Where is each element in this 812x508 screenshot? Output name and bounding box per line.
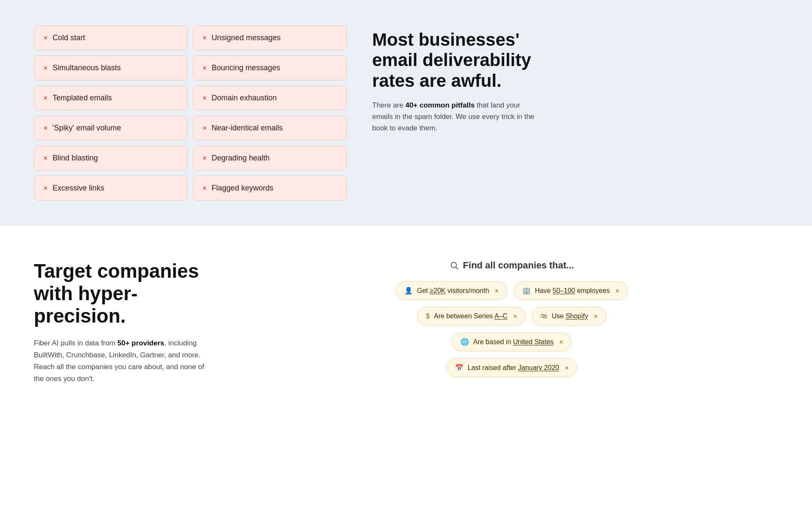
filter-location-text: Are based in United States: [473, 338, 554, 346]
series-icon: $: [426, 312, 430, 320]
filter-location-close[interactable]: ×: [560, 339, 563, 345]
filter-employees[interactable]: 🏢 Have 50–100 employees ×: [513, 281, 628, 300]
pitfall-label: Cold start: [52, 33, 85, 42]
pitfall-label: Unsigned messages: [211, 33, 280, 42]
x-icon: ×: [44, 185, 47, 192]
filter-employees-text: Have 50–100 employees: [535, 287, 610, 295]
pitfall-excessive: × Excessive links: [34, 176, 188, 201]
pitfall-simultaneous: × Simultaneous blasts: [34, 55, 188, 80]
filter-series[interactable]: $ Are between Series A–C ×: [417, 307, 526, 326]
x-icon: ×: [203, 124, 206, 132]
svg-line-1: [456, 267, 458, 269]
pitfall-label: Blind blasting: [52, 154, 98, 163]
x-icon: ×: [44, 155, 47, 162]
filter-row-3: 🌐 Are based in United States ×: [452, 332, 572, 351]
pitfall-label: 'Spiky' email volume: [52, 124, 121, 133]
deliverability-section: × Cold start × Unsigned messages × Simul…: [0, 0, 812, 226]
filter-employees-close[interactable]: ×: [616, 287, 619, 294]
pitfall-blind: × Blind blasting: [34, 146, 188, 171]
targeting-heading: Target companies with hyper-precision.: [34, 260, 211, 327]
pitfall-label: Flagged keywords: [211, 184, 273, 193]
filter-series-text: Are between Series A–C: [434, 312, 508, 320]
pitfall-degrading: × Degrading health: [193, 146, 347, 171]
filter-visitors-close[interactable]: ×: [495, 287, 499, 294]
filter-raised-text: Last raised after January 2020: [468, 364, 559, 372]
pitfall-label: Near-identical emails: [211, 124, 283, 133]
employees-icon: 🏢: [522, 287, 531, 295]
deliverability-body: There are 40+ common pitfalls that land …: [372, 99, 541, 134]
filter-visitors[interactable]: 👤 Get ≥20K visitors/month ×: [395, 281, 508, 300]
x-icon: ×: [44, 94, 47, 102]
targeting-section: Target companies with hyper-precision. F…: [0, 226, 812, 419]
filter-shopify-close[interactable]: ×: [594, 313, 598, 320]
x-icon: ×: [44, 64, 47, 72]
pitfall-label: Templated emails: [52, 94, 112, 102]
x-icon: ×: [203, 155, 206, 162]
x-icon: ×: [44, 124, 47, 132]
location-icon: 🌐: [461, 338, 469, 346]
pitfalls-grid: × Cold start × Unsigned messages × Simul…: [34, 25, 347, 201]
filter-location[interactable]: 🌐 Are based in United States ×: [452, 332, 572, 351]
pitfall-cold-start: × Cold start: [34, 25, 188, 50]
pitfall-spiky: × 'Spiky' email volume: [34, 116, 188, 141]
raised-icon: 📅: [455, 364, 464, 372]
x-icon: ×: [203, 185, 206, 192]
pitfall-label: Simultaneous blasts: [52, 64, 121, 72]
pitfall-label: Excessive links: [52, 184, 104, 193]
targeting-left: Target companies with hyper-precision. F…: [34, 260, 211, 385]
pitfall-templated: × Templated emails: [34, 86, 188, 110]
filter-row-1: 👤 Get ≥20K visitors/month × 🏢 Have 50–10…: [395, 281, 628, 300]
pitfall-label: Bouncing messages: [211, 64, 280, 72]
x-icon: ×: [44, 34, 47, 42]
pitfall-label: Domain exhaustion: [211, 94, 277, 102]
deliverability-text: Most businesses' email deliverability ra…: [372, 25, 541, 134]
filter-shopify-text: Use Shopify: [551, 312, 588, 320]
x-icon: ×: [203, 94, 206, 102]
pitfall-label: Degrading health: [211, 154, 269, 163]
targeting-body: Fiber AI pulls in data from 50+ provider…: [34, 337, 211, 385]
filter-shopify[interactable]: 🛍 Use Shopify ×: [532, 307, 606, 326]
svg-point-0: [451, 262, 456, 268]
visitors-icon: 👤: [404, 287, 413, 295]
pitfall-domain: × Domain exhaustion: [193, 86, 347, 110]
search-icon: [450, 261, 459, 270]
x-icon: ×: [203, 34, 206, 42]
x-icon: ×: [203, 64, 206, 72]
filter-row-2: $ Are between Series A–C × 🛍 Use Shopify…: [417, 307, 606, 326]
filter-visitors-text: Get ≥20K visitors/month: [417, 287, 489, 295]
filter-row-4: 📅 Last raised after January 2020 ×: [446, 358, 577, 377]
targeting-right: Find all companies that... 👤 Get ≥20K vi…: [245, 260, 778, 377]
filter-raised-close[interactable]: ×: [565, 364, 568, 371]
search-label: Find all companies that...: [463, 260, 574, 271]
pitfall-near-identical: × Near-identical emails: [193, 116, 347, 141]
deliverability-heading: Most businesses' email deliverability ra…: [372, 30, 541, 91]
shopify-icon: 🛍: [540, 312, 547, 320]
pitfall-bouncing: × Bouncing messages: [193, 55, 347, 80]
search-header: Find all companies that...: [450, 260, 574, 271]
filter-series-close[interactable]: ×: [513, 313, 517, 320]
filter-raised[interactable]: 📅 Last raised after January 2020 ×: [446, 358, 577, 377]
pitfall-flagged: × Flagged keywords: [193, 176, 347, 201]
pitfall-unsigned: × Unsigned messages: [193, 25, 347, 50]
